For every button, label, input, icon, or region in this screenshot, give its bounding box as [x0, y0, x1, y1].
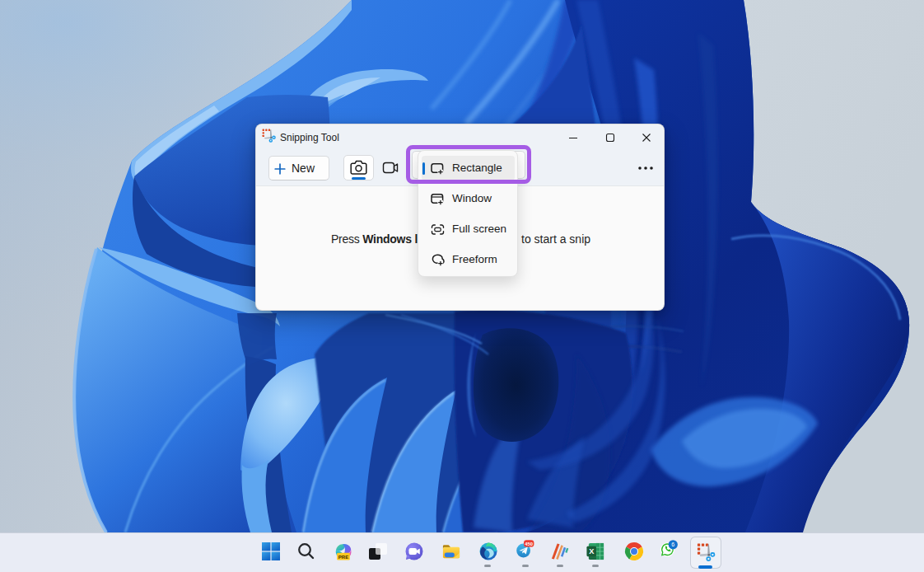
- svg-text:X: X: [589, 547, 594, 556]
- svg-text:PRE: PRE: [338, 555, 348, 560]
- svg-text:6: 6: [671, 542, 674, 548]
- svg-text:450: 450: [525, 542, 533, 546]
